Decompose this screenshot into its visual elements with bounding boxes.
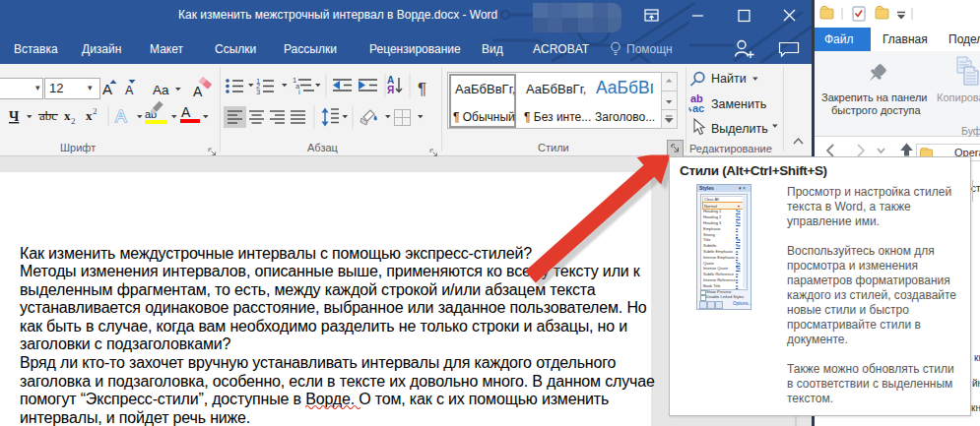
svg-text:ac: ac [692,102,704,114]
svg-text:A: A [125,84,134,97]
svg-text:i: i [298,88,300,96]
svg-text:Ч: Ч [9,109,20,124]
svg-text:abc: abc [39,108,57,123]
svg-text:x: x [64,108,71,123]
svg-text:2: 2 [71,116,76,126]
svg-text:Aa: Aa [153,83,169,97]
svg-text:2: 2 [93,106,98,116]
svg-text:x: x [86,108,93,123]
svg-text:A: A [193,84,203,99]
svg-text:A: A [115,107,127,126]
svg-text:¶: ¶ [418,80,426,98]
svg-text:А: А [181,104,191,120]
svg-text:Я: Я [387,85,394,95]
svg-text:3: 3 [256,88,260,96]
